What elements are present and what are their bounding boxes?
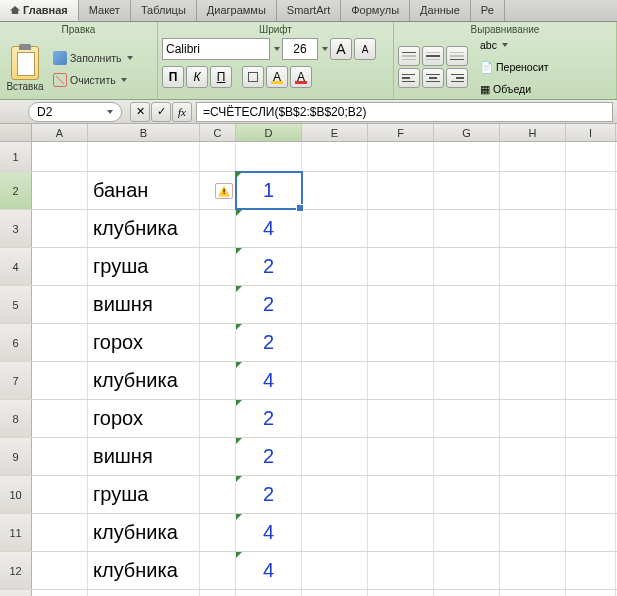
formula-input[interactable]: =СЧЁТЕСЛИ($B$2:$B$20;B2) [196,102,613,122]
align-right[interactable] [446,68,468,88]
row-header[interactable]: 2 [0,172,32,209]
cell-D13[interactable] [236,590,302,596]
cell-H9[interactable] [500,438,566,475]
cell-D1[interactable] [236,142,302,171]
align-bottom[interactable] [446,46,468,66]
cell-I10[interactable] [566,476,616,513]
font-color-button[interactable]: A [290,66,312,88]
cell-C13[interactable] [200,590,236,596]
cell-B11[interactable]: клубника [88,514,200,551]
font-name-combo[interactable]: Calibri [162,38,270,60]
cell-D11[interactable]: 4 [236,514,302,551]
cell-A12[interactable] [32,552,88,589]
accept-formula-button[interactable]: ✓ [151,102,171,122]
col-header-F[interactable]: F [368,124,434,141]
cell-I7[interactable] [566,362,616,399]
cell-H8[interactable] [500,400,566,437]
cell-A10[interactable] [32,476,88,513]
col-header-D[interactable]: D [236,124,302,141]
cell-D3[interactable]: 4 [236,210,302,247]
row-header[interactable]: 7 [0,362,32,399]
tab-Ре[interactable]: Ре [471,0,505,21]
bold-button[interactable]: П [162,66,184,88]
cell-A1[interactable] [32,142,88,171]
cell-H11[interactable] [500,514,566,551]
tab-Макет[interactable]: Макет [79,0,131,21]
row-header[interactable]: 12 [0,552,32,589]
cell-F5[interactable] [368,286,434,323]
cell-F3[interactable] [368,210,434,247]
cell-E13[interactable] [302,590,368,596]
cell-A3[interactable] [32,210,88,247]
cell-F4[interactable] [368,248,434,285]
shrink-font-button[interactable]: A [354,38,376,60]
cell-I5[interactable] [566,286,616,323]
tab-Главная[interactable]: Главная [0,0,79,21]
cell-H3[interactable] [500,210,566,247]
align-left[interactable] [398,68,420,88]
cell-E9[interactable] [302,438,368,475]
cell-C8[interactable] [200,400,236,437]
merge-button[interactable]: ▦ Объеди [475,79,554,99]
cell-C3[interactable] [200,210,236,247]
cell-H2[interactable] [500,172,566,209]
cell-I6[interactable] [566,324,616,361]
cell-E10[interactable] [302,476,368,513]
cell-B2[interactable]: банан [88,172,200,209]
cell-H5[interactable] [500,286,566,323]
row-header[interactable]: 11 [0,514,32,551]
cell-D9[interactable]: 2 [236,438,302,475]
cell-E5[interactable] [302,286,368,323]
row-header[interactable]: 5 [0,286,32,323]
cell-B8[interactable]: горох [88,400,200,437]
cell-D7[interactable]: 4 [236,362,302,399]
cell-B6[interactable]: горох [88,324,200,361]
italic-button[interactable]: К [186,66,208,88]
cell-H7[interactable] [500,362,566,399]
cell-I11[interactable] [566,514,616,551]
cell-F10[interactable] [368,476,434,513]
cell-F6[interactable] [368,324,434,361]
cell-F12[interactable] [368,552,434,589]
warning-icon[interactable] [215,183,233,199]
cell-A8[interactable] [32,400,88,437]
cell-B1[interactable] [88,142,200,171]
chevron-down-icon[interactable] [322,47,328,51]
cell-G10[interactable] [434,476,500,513]
cell-F2[interactable] [368,172,434,209]
cell-I8[interactable] [566,400,616,437]
cell-H4[interactable] [500,248,566,285]
row-header[interactable]: 1 [0,142,32,171]
cell-D2[interactable]: 1 [236,172,302,209]
cell-C11[interactable] [200,514,236,551]
cell-B7[interactable]: клубника [88,362,200,399]
cell-H6[interactable] [500,324,566,361]
cell-E2[interactable] [302,172,368,209]
align-top[interactable] [398,46,420,66]
cell-F7[interactable] [368,362,434,399]
cell-E8[interactable] [302,400,368,437]
cell-A13[interactable] [32,590,88,596]
cell-C4[interactable] [200,248,236,285]
cell-G3[interactable] [434,210,500,247]
tab-Диаграммы[interactable]: Диаграммы [197,0,277,21]
cell-B12[interactable]: клубника [88,552,200,589]
cell-G11[interactable] [434,514,500,551]
cell-C6[interactable] [200,324,236,361]
cell-C1[interactable] [200,142,236,171]
cell-I12[interactable] [566,552,616,589]
col-header-H[interactable]: H [500,124,566,141]
cell-D8[interactable]: 2 [236,400,302,437]
cell-F11[interactable] [368,514,434,551]
tab-SmartArt[interactable]: SmartArt [277,0,341,21]
cell-G5[interactable] [434,286,500,323]
cell-B13[interactable] [88,590,200,596]
cell-G8[interactable] [434,400,500,437]
cell-H10[interactable] [500,476,566,513]
cell-I13[interactable] [566,590,616,596]
align-center[interactable] [422,68,444,88]
underline-button[interactable]: П [210,66,232,88]
cell-D12[interactable]: 4 [236,552,302,589]
name-box[interactable]: D2 [28,102,122,122]
cell-A4[interactable] [32,248,88,285]
